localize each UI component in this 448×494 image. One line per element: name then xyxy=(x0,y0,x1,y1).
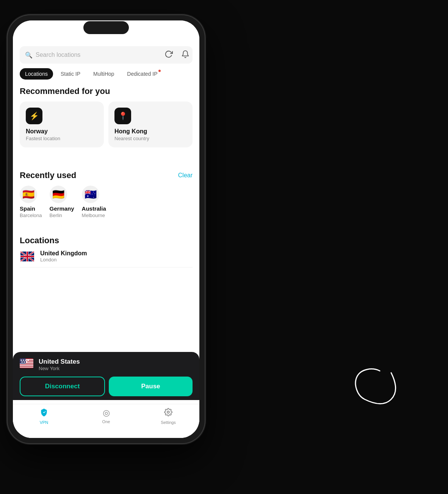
header-icons xyxy=(163,48,191,60)
fastest-icon: ⚡ xyxy=(26,108,42,124)
tab-locations[interactable]: Locations xyxy=(20,68,53,80)
recommended-title: Recommended for you xyxy=(20,86,193,96)
hong-kong-name: Hong Kong xyxy=(114,128,186,135)
screen-content: 🔍 Search locations xyxy=(13,20,199,438)
hong-kong-sub: Nearest country xyxy=(114,136,186,141)
uk-info: United Kingdom London xyxy=(40,250,87,263)
tab-multihop[interactable]: MultiHop xyxy=(88,68,119,80)
connected-info: United States New York xyxy=(39,358,80,371)
pause-button[interactable]: Pause xyxy=(109,377,193,396)
australia-flag: 🇦🇺 xyxy=(82,186,99,203)
spain-flag: 🇪🇸 xyxy=(20,186,37,203)
germany-flag: 🇩🇪 xyxy=(50,186,67,203)
location-uk[interactable]: United Kingdom London xyxy=(20,245,193,267)
recently-grid: 🇪🇸 Spain Barcelona 🇩🇪 Germany Berlin 🇦🇺 … xyxy=(20,186,193,218)
norway-name: Norway xyxy=(26,128,98,135)
svg-rect-6 xyxy=(20,365,33,366)
nav-vpn[interactable]: VPN xyxy=(13,408,75,425)
tab-dot-dedicated xyxy=(158,70,161,72)
recently-used-section: Recently used Clear 🇪🇸 Spain Barcelona 🇩… xyxy=(20,170,193,218)
settings-label: Settings xyxy=(161,420,176,425)
recommended-section: Recommended for you ⚡ Norway Fastest loc… xyxy=(20,86,193,147)
clear-button[interactable]: Clear xyxy=(178,172,193,179)
settings-icon xyxy=(164,408,172,419)
svg-rect-7 xyxy=(20,367,33,367)
us-connected-flag: ★★★ ★★★★ xyxy=(20,358,33,371)
norway-sub: Fastest location xyxy=(26,136,98,141)
rec-card-hong-kong[interactable]: 📍 Hong Kong Nearest country xyxy=(108,102,193,147)
connected-item: ★★★ ★★★★ United States New York xyxy=(20,358,193,371)
recently-title: Recently used xyxy=(20,170,76,180)
nearest-icon: 📍 xyxy=(114,108,131,124)
connected-city: New York xyxy=(39,366,80,371)
scribble-decoration xyxy=(334,342,410,418)
bottom-nav: VPN ◎ One Settings xyxy=(13,404,199,438)
recent-australia[interactable]: 🇦🇺 Australia Melbourne xyxy=(82,186,106,218)
locations-title: Locations xyxy=(20,236,193,245)
phone-frame: 🔍 Search locations xyxy=(8,15,205,443)
tab-static-ip[interactable]: Static IP xyxy=(55,68,86,80)
disconnect-button[interactable]: Disconnect xyxy=(20,377,105,396)
svg-text:★★★★: ★★★★ xyxy=(20,359,29,361)
australia-city: Melbourne xyxy=(82,213,105,218)
connected-section: ★★★ ★★★★ United States New York Disconne… xyxy=(13,352,199,400)
nav-settings[interactable]: Settings xyxy=(137,408,199,425)
one-label: One xyxy=(102,419,110,424)
uk-name: United Kingdom xyxy=(40,250,87,257)
germany-city: Berlin xyxy=(50,213,62,218)
uk-flag-icon xyxy=(20,251,35,262)
spain-city: Barcelona xyxy=(20,213,42,218)
bell-icon[interactable] xyxy=(180,48,191,60)
rec-card-norway[interactable]: ⚡ Norway Fastest location xyxy=(20,102,104,147)
phone-screen: 🔍 Search locations xyxy=(13,20,199,438)
nav-one[interactable]: ◎ One xyxy=(75,408,137,424)
recently-header: Recently used Clear xyxy=(20,170,193,180)
recent-germany[interactable]: 🇩🇪 Germany Berlin xyxy=(50,186,74,218)
svg-rect-5 xyxy=(20,364,33,364)
phone-wrapper: 🔍 Search locations xyxy=(8,15,205,462)
vpn-label: VPN xyxy=(40,420,49,425)
action-buttons: Disconnect Pause xyxy=(20,377,193,396)
australia-name: Australia xyxy=(82,205,106,212)
connected-country: United States xyxy=(39,358,80,366)
vpn-icon xyxy=(40,408,48,419)
recent-spain[interactable]: 🇪🇸 Spain Barcelona xyxy=(20,186,42,218)
tabs-row: Locations Static IP MultiHop Dedicated I… xyxy=(20,68,193,80)
dynamic-island xyxy=(83,21,129,34)
search-icon: 🔍 xyxy=(25,52,33,59)
tab-dedicated-ip[interactable]: Dedicated IP xyxy=(122,68,163,80)
uk-city: London xyxy=(40,257,87,263)
svg-point-11 xyxy=(167,411,169,413)
spain-name: Spain xyxy=(20,205,35,212)
one-icon: ◎ xyxy=(103,408,110,418)
germany-name: Germany xyxy=(50,205,74,212)
locations-section: Locations xyxy=(20,236,193,267)
recommended-grid: ⚡ Norway Fastest location 📍 Hong Kong Ne… xyxy=(20,102,193,147)
refresh-icon[interactable] xyxy=(163,48,174,60)
